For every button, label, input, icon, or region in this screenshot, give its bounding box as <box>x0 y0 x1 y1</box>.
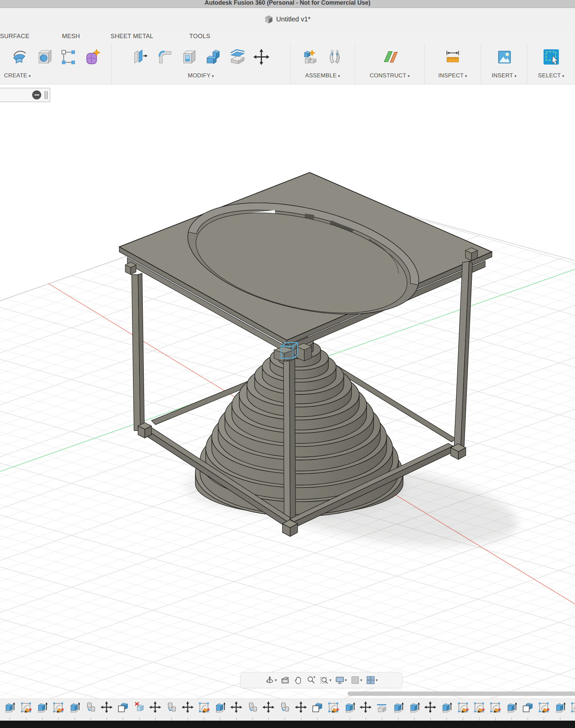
timeline-feature-extrude[interactable] <box>343 701 356 714</box>
joint-button[interactable] <box>325 46 344 68</box>
measure-button[interactable] <box>443 46 462 68</box>
chevron-down-icon[interactable]: ▾ <box>376 678 378 683</box>
timeline-feature-extrude[interactable] <box>68 701 81 714</box>
timeline-feature-sketch[interactable] <box>472 701 485 714</box>
display-settings-button[interactable]: ▾ <box>334 675 348 686</box>
timeline-ruler[interactable] <box>0 713 575 721</box>
timeline-feature-move[interactable] <box>181 701 194 714</box>
timeline-feature-move[interactable] <box>149 701 162 714</box>
tab-tools[interactable]: TOOLS <box>189 33 210 40</box>
timeline-feature-extrude[interactable] <box>505 701 518 714</box>
timeline-feature-extrude[interactable] <box>3 701 16 714</box>
browser-panel-collapsed[interactable] <box>0 88 50 102</box>
tab-sheet-metal[interactable]: SHEET METAL <box>110 33 154 40</box>
timeline-feature-box[interactable] <box>116 701 129 714</box>
viewport-canvas[interactable]: ▾ <box>0 84 575 699</box>
timeline-tick <box>204 717 204 721</box>
document-title: Untitled v1* <box>276 15 310 23</box>
fillet-button[interactable] <box>156 46 174 68</box>
timeline-tick <box>382 717 382 721</box>
timeline-feature-move[interactable] <box>359 701 372 714</box>
timeline-tick <box>430 717 431 721</box>
timeline-feature-sketch[interactable] <box>456 701 469 714</box>
timeline-tick <box>511 717 512 721</box>
shell-button[interactable] <box>180 46 198 68</box>
chevron-down-icon[interactable]: ▾ <box>360 678 362 683</box>
group-label-inspect[interactable]: INSPECT▾ <box>438 72 467 79</box>
timeline-feature-move[interactable] <box>230 701 243 714</box>
timeline-feature-sketch[interactable] <box>197 701 210 714</box>
group-label-insert[interactable]: INSERT▾ <box>492 72 516 79</box>
timeline-feature-extrude[interactable] <box>408 701 420 714</box>
revolve-button[interactable] <box>10 46 29 68</box>
browser-grip-icon[interactable] <box>44 91 47 99</box>
measure-icon <box>444 48 461 65</box>
timeline-feature-move[interactable] <box>424 701 437 714</box>
tab-surface[interactable]: SURFACE <box>0 33 30 40</box>
create-form-button[interactable] <box>82 46 101 68</box>
group-label-construct[interactable]: CONSTRUCT▾ <box>370 72 410 79</box>
timeline-feature-extrude[interactable] <box>392 701 404 714</box>
timeline-scrollbar <box>0 691 575 696</box>
timeline-feature-sketch[interactable] <box>570 701 575 714</box>
timeline-feature-box[interactable] <box>311 701 324 714</box>
pan-button[interactable] <box>292 675 304 686</box>
pan-hand-icon <box>294 676 303 685</box>
timeline-feature-box[interactable] <box>521 701 534 714</box>
timeline-tick <box>220 717 221 721</box>
grid-snaps-button[interactable]: ▾ <box>349 675 364 686</box>
timeline-feature-sketch[interactable] <box>52 701 64 714</box>
construction-plane-button[interactable] <box>380 46 399 68</box>
document-tab[interactable]: Untitled v1* <box>264 15 310 24</box>
new-component-button[interactable] <box>301 46 320 68</box>
timeline-feature-copy[interactable] <box>165 701 178 714</box>
timeline-feature-copy[interactable] <box>246 701 259 714</box>
orbit-button[interactable]: ▾ <box>264 675 278 686</box>
timeline-feature-sketch[interactable] <box>537 701 550 714</box>
move-copy-button[interactable] <box>252 46 271 68</box>
timeline-feature-delete[interactable] <box>133 701 145 714</box>
select-button[interactable] <box>542 46 561 68</box>
timeline-tick <box>42 717 42 721</box>
timeline-feature-copy[interactable] <box>278 701 291 714</box>
timeline-feature-extrude[interactable] <box>213 701 226 714</box>
chevron-down-icon[interactable]: ▾ <box>275 678 277 683</box>
timeline-feature-move[interactable] <box>262 701 275 714</box>
press-pull-button[interactable] <box>131 46 150 68</box>
chevron-down-icon[interactable]: ▾ <box>345 678 347 683</box>
tab-mesh[interactable]: MESH <box>62 33 80 40</box>
timeline-feature-sketch[interactable] <box>327 701 339 714</box>
timeline-feature-extrude[interactable] <box>36 701 48 714</box>
offset-face-button[interactable] <box>228 46 247 68</box>
insert-canvas-button[interactable] <box>495 46 514 68</box>
scene-3d <box>0 84 575 699</box>
timeline-feature-move[interactable] <box>100 701 113 714</box>
timeline-feature-copy[interactable] <box>84 701 97 714</box>
timeline-feature-move[interactable] <box>295 701 307 714</box>
chevron-down-icon: ▾ <box>29 74 31 78</box>
zoom-window-button[interactable]: ▾ <box>318 675 333 686</box>
timeline-tick <box>284 717 285 721</box>
timeline-feature-split[interactable] <box>375 701 388 714</box>
hole-button[interactable] <box>34 46 53 68</box>
timeline-feature-extrude[interactable] <box>440 701 453 714</box>
group-label-assemble[interactable]: ASSEMBLE▾ <box>305 72 340 79</box>
viewports-button[interactable]: ▾ <box>365 675 379 686</box>
browser-collapse-icon[interactable] <box>32 90 41 100</box>
look-at-button[interactable] <box>279 675 291 686</box>
timeline-feature-extrude[interactable] <box>553 701 566 714</box>
group-label-select[interactable]: SELECT▾ <box>538 72 564 79</box>
table-top-plate[interactable] <box>119 173 492 351</box>
leg-front[interactable] <box>283 361 290 530</box>
timeline-scrollbar-thumb[interactable] <box>347 692 575 696</box>
timeline-tick <box>414 717 415 721</box>
timeline-feature-sketch[interactable] <box>20 701 32 714</box>
group-label-modify[interactable]: MODIFY▾ <box>188 72 214 79</box>
create-sketch-button[interactable] <box>58 46 77 68</box>
timeline-feature-sketch[interactable] <box>488 701 501 714</box>
zoom-button[interactable] <box>305 675 317 686</box>
chevron-down-icon[interactable]: ▾ <box>329 678 331 683</box>
combine-button[interactable] <box>204 46 223 68</box>
timeline-tick <box>446 717 447 721</box>
group-label-create[interactable]: CREATE▾ <box>0 72 31 79</box>
